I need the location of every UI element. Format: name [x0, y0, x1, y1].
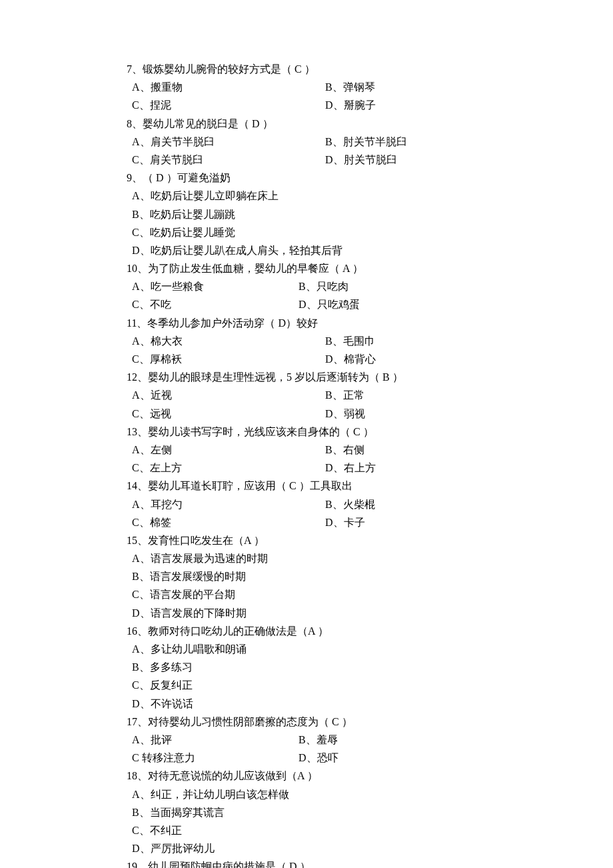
option-row: C、棉签D、卡子 — [127, 513, 493, 531]
option-a: A、批评 — [132, 731, 299, 749]
option-b: B、吃奶后让婴儿蹦跳 — [127, 205, 493, 223]
question: 14、婴幼儿耳道长耵聍，应该用（ C ）工具取出A、耳挖勺B、火柴棍C、棉签D、… — [127, 477, 493, 531]
document-page: 7、锻炼婴幼儿腕骨的较好方式是（ C ）A、搬重物B、弹钢琴C、捏泥D、掰腕子8… — [0, 0, 613, 868]
question: 13、婴幼儿读书写字时，光线应该来自身体的（ C ）A、左侧B、右侧C、左上方D… — [127, 423, 493, 477]
question: 7、锻炼婴幼儿腕骨的较好方式是（ C ）A、搬重物B、弹钢琴C、捏泥D、掰腕子 — [127, 60, 493, 115]
question-stem: 17、对待婴幼儿习惯性阴部磨擦的态度为（ C ） — [127, 713, 493, 731]
option-row: C、远视D、弱视 — [127, 405, 493, 423]
option-a: A、多让幼儿唱歌和朗诵 — [127, 640, 493, 658]
question-stem: 8、婴幼儿常见的脱臼是（ D ） — [127, 115, 493, 133]
question-stem: 13、婴幼儿读书写字时，光线应该来自身体的（ C ） — [127, 423, 493, 441]
option-c: C、左上方 — [132, 459, 325, 477]
question-stem: 10、为了防止发生低血糖，婴幼儿的早餐应（ A ） — [127, 259, 493, 277]
question-stem: 15、发育性口吃发生在（A ） — [127, 531, 493, 549]
option-row: A、近视B、正常 — [127, 386, 493, 404]
question-stem: 11、冬季幼儿参加户外活动穿（ D）较好 — [127, 314, 493, 332]
question-stem: 9、（ D ）可避免溢奶 — [127, 169, 493, 187]
option-d: D、棉背心 — [325, 350, 376, 368]
option-row: C、不吃D、只吃鸡蛋 — [127, 295, 493, 313]
option-a: A、吃一些粮食 — [132, 277, 299, 295]
option-b: B、肘关节半脱臼 — [325, 133, 407, 151]
option-row: C、厚棉袄D、棉背心 — [127, 350, 493, 368]
option-b: B、多多练习 — [127, 658, 493, 676]
option-c: C、反复纠正 — [127, 676, 493, 694]
option-a: A、吃奶后让婴儿立即躺在床上 — [127, 187, 493, 205]
option-d: D、卡子 — [325, 513, 365, 531]
option-c: C、捏泥 — [132, 96, 325, 114]
question-stem: 18、对待无意说慌的幼儿应该做到（A ） — [127, 767, 493, 785]
option-d: D、不许说话 — [127, 695, 493, 713]
options: A、左侧B、右侧C、左上方D、右上方 — [127, 441, 493, 477]
option-row: A、搬重物B、弹钢琴 — [127, 78, 493, 96]
option-b: B、羞辱 — [299, 731, 338, 749]
option-row: A、肩关节半脱臼B、肘关节半脱臼 — [127, 133, 493, 151]
option-a: A、纠正，并让幼儿明白该怎样做 — [127, 785, 493, 803]
question-stem: 16、教师对待口吃幼儿的正确做法是（A ） — [127, 622, 493, 640]
question: 18、对待无意说慌的幼儿应该做到（A ）A、纠正，并让幼儿明白该怎样做B、当面揭… — [127, 767, 493, 857]
options: A、搬重物B、弹钢琴C、捏泥D、掰腕子 — [127, 78, 493, 114]
option-d: D、严厉批评幼儿 — [127, 839, 493, 857]
option-row: A、左侧B、右侧 — [127, 441, 493, 459]
options: A、肩关节半脱臼B、肘关节半脱臼C、肩关节脱臼D、肘关节脱臼 — [127, 133, 493, 169]
options: A、棉大衣B、毛围巾C、厚棉袄D、棉背心 — [127, 332, 493, 368]
option-d: D、肘关节脱臼 — [325, 151, 397, 169]
option-d: D、语言发展的下降时期 — [127, 604, 493, 622]
option-b: B、只吃肉 — [299, 277, 348, 295]
option-a: A、语言发展最为迅速的时期 — [127, 549, 493, 567]
options: A、吃奶后让婴儿立即躺在床上B、吃奶后让婴儿蹦跳C、吃奶后让婴儿睡觉D、吃奶后让… — [127, 187, 493, 259]
option-c: C、远视 — [132, 405, 325, 423]
option-c: C、不吃 — [132, 295, 299, 313]
options: A、耳挖勺B、火柴棍C、棉签D、卡子 — [127, 495, 493, 531]
option-a: A、耳挖勺 — [132, 495, 325, 513]
option-row: C、左上方D、右上方 — [127, 459, 493, 477]
options: A、多让幼儿唱歌和朗诵B、多多练习C、反复纠正D、不许说话 — [127, 640, 493, 713]
question: 12、婴幼儿的眼球是生理性远视，5 岁以后逐渐转为（ B ）A、近视B、正常C、… — [127, 368, 493, 423]
option-row: C 转移注意力D、恐吓 — [127, 749, 493, 767]
option-c: C、肩关节脱臼 — [132, 151, 325, 169]
option-a: A、肩关节半脱臼 — [132, 133, 325, 151]
question: 11、冬季幼儿参加户外活动穿（ D）较好A、棉大衣B、毛围巾C、厚棉袄D、棉背心 — [127, 314, 493, 369]
option-d: D、只吃鸡蛋 — [299, 295, 360, 313]
option-c: C、厚棉袄 — [132, 350, 325, 368]
option-b: B、当面揭穿其谎言 — [127, 803, 493, 821]
option-a: A、棉大衣 — [132, 332, 325, 350]
options: A、语言发展最为迅速的时期B、语言发展缓慢的时期C、语言发展的平台期D、语言发展… — [127, 549, 493, 622]
options: A、批评B、羞辱C 转移注意力D、恐吓 — [127, 731, 493, 767]
option-row: C、肩关节脱臼D、肘关节脱臼 — [127, 151, 493, 169]
option-row: A、吃一些粮食B、只吃肉 — [127, 277, 493, 295]
question: 17、对待婴幼儿习惯性阴部磨擦的态度为（ C ）A、批评B、羞辱C 转移注意力D… — [127, 713, 493, 767]
option-c: C、语言发展的平台期 — [127, 585, 493, 603]
question: 8、婴幼儿常见的脱臼是（ D ）A、肩关节半脱臼B、肘关节半脱臼C、肩关节脱臼D… — [127, 115, 493, 169]
option-d: D、恐吓 — [299, 749, 338, 767]
options: A、吃一些粮食B、只吃肉C、不吃D、只吃鸡蛋 — [127, 277, 493, 313]
option-row: A、批评B、羞辱 — [127, 731, 493, 749]
option-c: C、吃奶后让婴儿睡觉 — [127, 223, 493, 241]
option-d: D、掰腕子 — [325, 96, 376, 114]
question-stem: 19、幼儿园预防蛔虫病的措施是（ D ） — [127, 857, 493, 868]
option-d: D、右上方 — [325, 459, 376, 477]
option-a: A、搬重物 — [132, 78, 325, 96]
option-b: B、语言发展缓慢的时期 — [127, 567, 493, 585]
option-b: B、正常 — [325, 386, 364, 404]
question-list: 7、锻炼婴幼儿腕骨的较好方式是（ C ）A、搬重物B、弹钢琴C、捏泥D、掰腕子8… — [127, 60, 493, 868]
option-b: B、右侧 — [325, 441, 364, 459]
option-b: B、毛围巾 — [325, 332, 375, 350]
option-row: A、耳挖勺B、火柴棍 — [127, 495, 493, 513]
question: 10、为了防止发生低血糖，婴幼儿的早餐应（ A ）A、吃一些粮食B、只吃肉C、不… — [127, 259, 493, 314]
options: A、近视B、正常C、远视D、弱视 — [127, 386, 493, 422]
question-stem: 12、婴幼儿的眼球是生理性远视，5 岁以后逐渐转为（ B ） — [127, 368, 493, 386]
option-b: B、火柴棍 — [325, 495, 375, 513]
question: 15、发育性口吃发生在（A ）A、语言发展最为迅速的时期B、语言发展缓慢的时期C… — [127, 531, 493, 622]
question: 16、教师对待口吃幼儿的正确做法是（A ）A、多让幼儿唱歌和朗诵B、多多练习C、… — [127, 622, 493, 713]
question: 9、（ D ）可避免溢奶A、吃奶后让婴儿立即躺在床上B、吃奶后让婴儿蹦跳C、吃奶… — [127, 169, 493, 259]
option-d: D、吃奶后让婴儿趴在成人肩头，轻拍其后背 — [127, 241, 493, 259]
option-c: C、棉签 — [132, 513, 325, 531]
option-row: C、捏泥D、掰腕子 — [127, 96, 493, 114]
option-b: B、弹钢琴 — [325, 78, 375, 96]
question: 19、幼儿园预防蛔虫病的措施是（ D ）A、经常到野外玩B、经常洗澡 — [127, 857, 493, 868]
option-row: A、棉大衣B、毛围巾 — [127, 332, 493, 350]
question-stem: 14、婴幼儿耳道长耵聍，应该用（ C ）工具取出 — [127, 477, 493, 495]
option-c: C 转移注意力 — [132, 749, 299, 767]
option-a: A、近视 — [132, 386, 325, 404]
question-stem: 7、锻炼婴幼儿腕骨的较好方式是（ C ） — [127, 60, 493, 78]
